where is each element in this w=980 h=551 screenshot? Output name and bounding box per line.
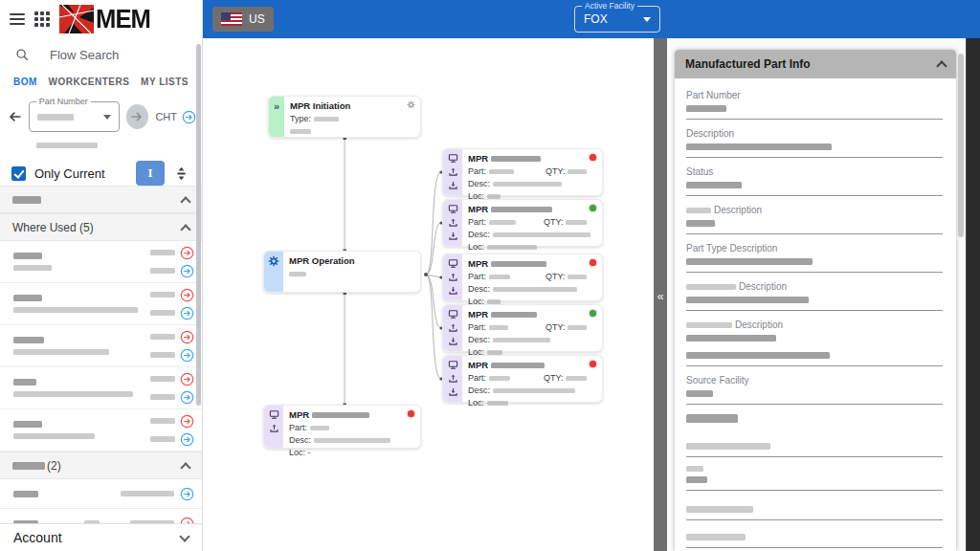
status-dot xyxy=(590,259,596,266)
forward-arrow-button[interactable] xyxy=(126,104,149,129)
right-edge-strip xyxy=(966,38,980,551)
panel-header[interactable]: Manufactured Part Info xyxy=(675,50,956,78)
field-status: Status xyxy=(686,166,943,196)
only-current-checkbox[interactable] xyxy=(11,166,26,181)
section-header-group2[interactable]: (2) xyxy=(0,452,202,479)
node-mpr-part[interactable]: MPR Part: QTY: Desc: Loc: xyxy=(442,355,603,403)
monitor-icon xyxy=(448,153,458,164)
where-used-row[interactable] xyxy=(0,367,202,409)
account-section[interactable]: Account xyxy=(0,523,202,551)
sidebar-tabs: BOM WORKCENTERS MY LISTS xyxy=(0,67,202,96)
logo-mark-icon xyxy=(59,5,94,33)
open-red-icon[interactable] xyxy=(180,372,194,386)
node-title: MPR Operation xyxy=(289,254,414,268)
node-mpr-part[interactable]: MPR Part: QTY: Desc: Loc: xyxy=(442,148,603,196)
field-redacted-description: Description xyxy=(686,205,943,234)
sidebar-header: MEM xyxy=(0,0,202,38)
us-flag-icon xyxy=(221,12,242,26)
node-mpr-part[interactable]: MPR Part: QTY: Desc: Loc: xyxy=(442,199,603,247)
part-info-card: Manufactured Part Info Part Number Descr… xyxy=(675,50,956,551)
part-search-row: Part Number CHT xyxy=(8,101,196,132)
sidebar-scrollbar[interactable] xyxy=(196,44,201,406)
node-mpr-operation[interactable]: MPR Operation xyxy=(263,251,421,293)
back-arrow-icon[interactable] xyxy=(8,109,22,124)
flow-canvas[interactable]: » MPR Initiation Type: MPR Operation xyxy=(203,38,654,551)
where-used-row[interactable] xyxy=(0,241,202,283)
open-red-icon[interactable] xyxy=(180,330,194,344)
status-dot xyxy=(590,310,596,317)
open-red-icon[interactable] xyxy=(180,288,194,302)
field-description: Description xyxy=(686,128,943,158)
open-blue-icon[interactable] xyxy=(180,432,194,447)
language-selector[interactable]: US xyxy=(212,7,274,32)
field-redacted xyxy=(686,441,943,457)
cht-circle-arrow-icon[interactable] xyxy=(182,110,196,124)
node-title: MPR Initiation xyxy=(290,99,414,113)
where-used-label: Where Used (5) xyxy=(12,221,94,234)
where-used-row[interactable] xyxy=(0,409,202,452)
open-blue-icon[interactable] xyxy=(180,348,194,363)
chevron-up-icon xyxy=(180,462,190,473)
top-bar: US Active Facility FOX xyxy=(203,0,980,38)
group2-count: (2) xyxy=(47,459,61,473)
part-number-label: Part Number xyxy=(36,97,91,106)
open-blue-icon[interactable] xyxy=(180,487,194,501)
status-dot xyxy=(590,154,596,161)
select-tool-button[interactable]: I xyxy=(136,161,165,186)
monitor-icon xyxy=(448,360,458,370)
tab-my-lists[interactable]: MY LISTS xyxy=(141,73,189,91)
apps-grid-icon[interactable] xyxy=(34,11,50,27)
tab-bom[interactable]: BOM xyxy=(13,73,37,91)
node-mpr-initiation[interactable]: » MPR Initiation Type: xyxy=(268,96,421,138)
search-icon xyxy=(15,48,29,61)
split-view-icon[interactable] xyxy=(174,166,189,181)
status-dot xyxy=(590,205,596,211)
download-icon xyxy=(448,386,458,397)
node-mpr-part[interactable]: MPR Part: QTY: Desc: Loc: xyxy=(442,304,603,352)
chevron-down-icon xyxy=(179,531,189,541)
part-number-select[interactable]: Part Number xyxy=(29,101,120,132)
only-current-label: Only Current xyxy=(34,166,136,181)
where-used-row[interactable] xyxy=(0,325,202,367)
upload-icon xyxy=(448,217,458,228)
monitor-icon xyxy=(448,309,458,320)
double-chevron-right-icon: » xyxy=(269,97,284,137)
group2-row[interactable] xyxy=(0,479,202,509)
active-facility-label: Active Facility xyxy=(582,1,637,11)
chevron-up-icon xyxy=(180,196,190,207)
monitor-icon xyxy=(448,204,458,214)
section-header-where-used[interactable]: Where Used (5) xyxy=(0,213,202,241)
sidebar: MEM Flow Search BOM WORKCENTERS MY LISTS… xyxy=(0,0,203,551)
part-info-panel: Manufactured Part Info Part Number Descr… xyxy=(667,38,966,551)
field-part-type-description: Part Type Description xyxy=(686,243,943,273)
node-mpr-part[interactable]: MPR Part: QTY: Desc: Loc: xyxy=(442,253,603,301)
open-blue-icon[interactable] xyxy=(180,390,194,405)
node-mpr-bottom[interactable]: MPR Part: Desc: Loc: - xyxy=(263,405,421,449)
upload-icon xyxy=(269,423,279,433)
panel-collapse-bar[interactable]: « xyxy=(654,38,667,551)
where-used-row[interactable] xyxy=(0,283,202,325)
menu-icon[interactable] xyxy=(10,13,25,25)
open-blue-icon[interactable] xyxy=(180,306,194,320)
open-blue-icon[interactable] xyxy=(180,264,194,278)
field-redacted-description: Description xyxy=(686,320,943,366)
arrow-right-icon xyxy=(130,110,144,123)
gear-icon[interactable] xyxy=(407,100,415,109)
section-header-redacted[interactable] xyxy=(0,186,202,213)
panel-scrollbar[interactable] xyxy=(958,54,964,237)
active-facility-select[interactable]: Active Facility FOX xyxy=(574,6,660,33)
status-dot xyxy=(590,361,596,367)
chevron-down-icon xyxy=(643,17,651,22)
flow-search[interactable]: Flow Search xyxy=(0,42,202,67)
part-revision-note xyxy=(36,136,202,153)
upload-icon xyxy=(448,373,458,384)
open-red-icon[interactable] xyxy=(180,246,194,260)
collapse-left-icon[interactable]: « xyxy=(654,289,667,303)
field-source-facility: Source Facility xyxy=(686,375,943,405)
cht-control[interactable]: CHT xyxy=(155,110,196,124)
open-red-icon[interactable] xyxy=(180,414,194,429)
tab-workcenters[interactable]: WORKCENTERS xyxy=(48,73,129,91)
panel-body: Part Number Description Status Descripti… xyxy=(675,78,956,551)
download-icon xyxy=(448,180,458,190)
app-logo: MEM xyxy=(59,5,153,34)
